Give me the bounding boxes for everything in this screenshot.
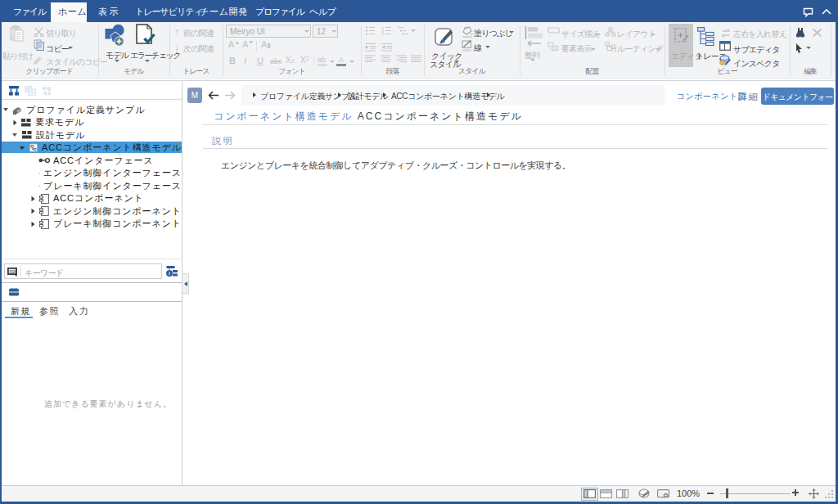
svg-text:i: i <box>169 270 170 276</box>
svg-text:3: 3 <box>382 32 385 35</box>
svg-text:SQL: SQL <box>9 270 17 274</box>
svg-text:↔: ↔ <box>548 33 552 38</box>
